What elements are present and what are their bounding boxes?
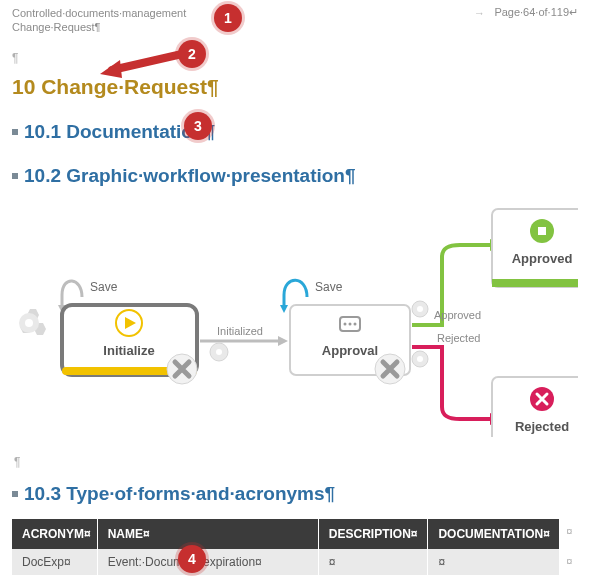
forms-table: ACRONYM¤ NAME¤ DESCRIPTION¤ DOCUMENTATIO… <box>12 519 578 575</box>
svg-point-15 <box>417 306 423 312</box>
svg-marker-8 <box>280 305 288 313</box>
page-number: Page·64·of·119↵ <box>494 6 578 19</box>
node-initialize-label: Initialize <box>103 343 154 358</box>
tab-arrow-icon: → <box>464 7 494 19</box>
svg-point-7 <box>216 349 222 355</box>
cell-acronym: DocExp¤ <box>12 549 97 575</box>
save-label: Save <box>315 280 343 294</box>
node-approved-label: Approved <box>512 251 573 266</box>
col-acronym: ACRONYM¤ <box>12 519 97 549</box>
heading-bullet-icon <box>12 173 18 179</box>
callout-1: 1 <box>214 4 242 32</box>
row-end-mark: ¤ <box>560 549 578 575</box>
svg-point-17 <box>417 356 423 362</box>
save-label: Save <box>90 280 118 294</box>
edge-rejected-label: Rejected <box>437 332 480 344</box>
heading-2-forms: 10.3 Type·of·forms·and·acronyms¶ <box>24 483 335 505</box>
svg-point-12 <box>354 323 357 326</box>
svg-point-10 <box>344 323 347 326</box>
heading-bullet-icon <box>12 491 18 497</box>
callout-arrow-icon <box>92 40 192 80</box>
edge-approved-label: Approved <box>434 309 481 321</box>
col-documentation: DOCUMENTATION¤ <box>428 519 560 549</box>
header-sub: Change·Request¶ <box>12 21 578 33</box>
node-approval-label: Approval <box>322 343 378 358</box>
node-rejected-label: Rejected <box>515 419 569 434</box>
svg-point-1 <box>25 319 33 327</box>
paragraph-mark: ¶ <box>14 455 578 469</box>
col-description: DESCRIPTION¤ <box>318 519 428 549</box>
col-name: NAME¤ <box>97 519 318 549</box>
node-approved <box>492 209 578 287</box>
table-row: DocExp¤ Event:·Document·expiration¤ ¤ ¤ … <box>12 549 578 575</box>
table-header-row: ACRONYM¤ NAME¤ DESCRIPTION¤ DOCUMENTATIO… <box>12 519 578 549</box>
loop-arrow <box>284 280 307 307</box>
stop-icon <box>538 227 546 235</box>
svg-marker-22 <box>100 60 122 78</box>
cell-description: ¤ <box>318 549 428 575</box>
svg-marker-6 <box>278 336 288 346</box>
workflow-diagram: Save Initialize Initialized Save <box>12 197 578 437</box>
row-end-mark: ¤ <box>560 519 578 549</box>
heading-bullet-icon <box>12 129 18 135</box>
heading-2-workflow: 10.2 Graphic·workflow·presentation¶ <box>24 165 356 187</box>
cell-name: Event:·Document·expiration¤ <box>97 549 318 575</box>
svg-point-11 <box>349 323 352 326</box>
cell-documentation: ¤ <box>428 549 560 575</box>
callout-3: 3 <box>184 112 212 140</box>
svg-rect-18 <box>492 279 578 287</box>
callout-4: 4 <box>178 545 206 573</box>
callout-2: 2 <box>178 40 206 68</box>
edge-initialized-label: Initialized <box>217 325 263 337</box>
